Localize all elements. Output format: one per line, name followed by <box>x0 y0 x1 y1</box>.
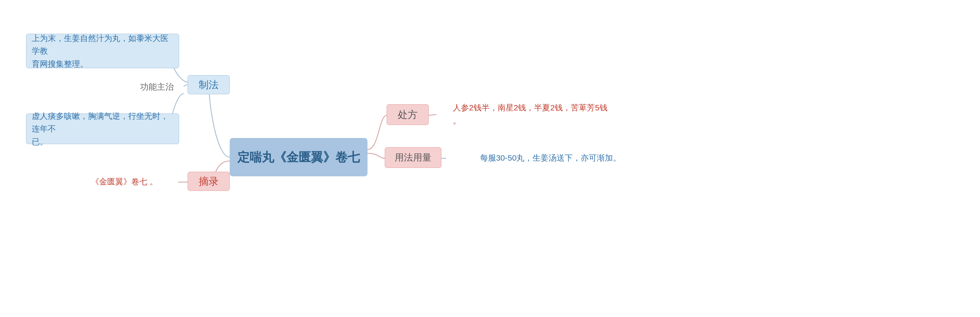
chufang-node: 处方 <box>387 104 429 125</box>
yongfa-node: 用法用量 <box>385 147 441 168</box>
chufang-text: 人参2钱半，南星2钱，半夏2钱，苦萆芳5钱 。 <box>438 100 622 128</box>
jinjuiyi-text: 《金匮翼》卷七 。 <box>67 174 182 190</box>
gongneng-label: 功能主治 <box>130 80 184 94</box>
xuren-text: 虚人痰多咳嗽，胸满气逆，行坐无时，连年不 已。 <box>26 113 179 144</box>
shangwei-text: 上为末，生姜自然汁为丸，如黍米大医 学教 育网搜集整理。 <box>26 34 179 68</box>
zhailu-node: 摘录 <box>188 172 230 191</box>
mindmap-container: 定喘丸《金匮翼》卷七 制法 上为末，生姜自然汁为丸，如黍米大医 学教 育网搜集整… <box>0 0 980 317</box>
zhifa-node: 制法 <box>188 75 230 94</box>
center-node: 定喘丸《金匮翼》卷七 <box>230 138 368 176</box>
yongfa-text: 每服30-50丸，生姜汤送下，亦可渐加。 <box>451 149 650 167</box>
